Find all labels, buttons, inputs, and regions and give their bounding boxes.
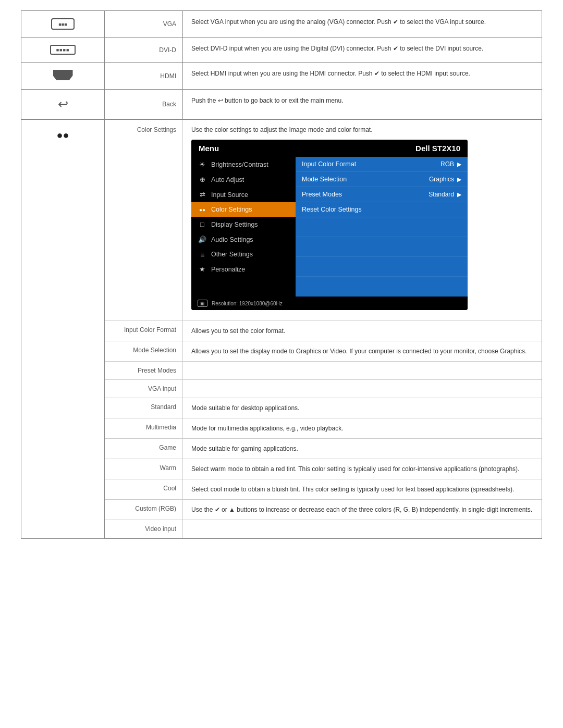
back-icon: ↩ bbox=[58, 97, 68, 112]
osd-item-displaysettings[interactable]: □ Display Settings bbox=[191, 217, 296, 232]
main-table: ■■■ VGA Select VGA input when you are us… bbox=[21, 10, 542, 539]
color-sub-label-0: Input Color Format bbox=[105, 321, 183, 341]
osd-right-modeselection-arrow: ▶ bbox=[457, 176, 461, 183]
osd-item-personalize[interactable]: ★ Personalize bbox=[191, 262, 296, 277]
hdmi-icon-cell bbox=[21, 63, 105, 90]
color-sub-row-1: Mode SelectionAllows you to set the disp… bbox=[105, 341, 542, 362]
osd-right-inputcolorformat-label: Input Color Format bbox=[302, 161, 356, 168]
audiosettings-icon: 🔊 bbox=[197, 236, 208, 243]
osd-right-presetmodes[interactable]: Preset Modes Standard ▶ bbox=[296, 187, 468, 202]
osd-item-inputsource[interactable]: ⇄ Input Source bbox=[191, 187, 296, 202]
dvid-row: ■■■■ DVI-D Select DVI-D input when you a… bbox=[21, 38, 542, 63]
color-sub-label-9: Custom (RGB) bbox=[105, 500, 183, 520]
osd-right-panel: Input Color Format RGB ▶ Mode Selection … bbox=[296, 157, 468, 297]
color-sub-label-2: Preset Modes bbox=[105, 362, 183, 379]
back-label: Back bbox=[105, 90, 183, 120]
osd-item-othersettings-label: Other Settings bbox=[211, 251, 253, 258]
osd-header: Menu Dell ST2X10 bbox=[191, 140, 468, 157]
color-settings-icon: ●● bbox=[26, 129, 100, 141]
color-sub-row-0: Input Color FormatAllows you to set the … bbox=[105, 321, 542, 341]
color-settings-label: Color Settings bbox=[105, 120, 183, 320]
color-sub-row-7: WarmSelect warm mode to obtain a red tin… bbox=[105, 459, 542, 479]
osd-right-presetmodes-label: Preset Modes bbox=[302, 191, 342, 198]
hdmi-label: HDMI bbox=[105, 63, 183, 90]
osd-body: ☀ Brightness/Contrast ⊕ Auto Adjust ⇄ bbox=[191, 157, 468, 297]
color-sub-desc-5: Mode for multimedia applications, e.g., … bbox=[183, 418, 542, 438]
osd-right-presetmodes-arrow: ▶ bbox=[457, 191, 461, 198]
osd-item-inputsource-label: Input Source bbox=[211, 191, 248, 199]
color-sub-label-1: Mode Selection bbox=[105, 341, 183, 361]
personalize-icon: ★ bbox=[197, 265, 208, 273]
color-sub-row-6: GameMode suitable for gaming application… bbox=[105, 439, 542, 459]
back-description: Push the ↩ button to go back to or exit … bbox=[183, 90, 542, 120]
color-sub-label-10: Video input bbox=[105, 520, 183, 538]
osd-right-presetmodes-value: Standard bbox=[429, 191, 454, 198]
color-sub-label-6: Game bbox=[105, 439, 183, 459]
color-sub-desc-10 bbox=[183, 520, 542, 538]
osd-right-modeselection-value: Graphics bbox=[429, 176, 454, 183]
autoadjust-icon: ⊕ bbox=[197, 176, 208, 183]
osd-menu: Menu Dell ST2X10 ☀ Brightness/Contrast bbox=[191, 140, 468, 310]
osd-right-empty2 bbox=[296, 237, 468, 257]
osd-item-colorsettings-label: Color Settings bbox=[211, 206, 252, 213]
brightness-icon: ☀ bbox=[197, 161, 208, 168]
color-settings-icon-cell: ●● bbox=[21, 119, 105, 539]
osd-brand: Dell ST2X10 bbox=[415, 144, 460, 153]
color-sub-desc-7: Select warm mode to obtain a red tint. T… bbox=[183, 459, 542, 479]
vga-row: ■■■ VGA Select VGA input when you are us… bbox=[21, 11, 542, 38]
osd-item-autoadjust[interactable]: ⊕ Auto Adjust bbox=[191, 172, 296, 187]
color-sub-label-8: Cool bbox=[105, 479, 183, 499]
color-sub-label-4: Standard bbox=[105, 398, 183, 418]
osd-footer-brand: ▣ bbox=[198, 300, 207, 307]
color-sub-desc-6: Mode suitable for gaming applications. bbox=[183, 439, 542, 459]
osd-item-brightness-label: Brightness/Contrast bbox=[211, 161, 268, 168]
vga-description: Select VGA input when you are using the … bbox=[183, 11, 542, 38]
colorsettings-icon: ●● bbox=[197, 207, 208, 213]
dvid-label: DVI-D bbox=[105, 38, 183, 63]
color-sub-desc-0: Allows you to set the color format. bbox=[183, 321, 542, 341]
osd-right-inputcolorformat[interactable]: Input Color Format RGB ▶ bbox=[296, 157, 468, 172]
color-sub-label-3: VGA input bbox=[105, 380, 183, 398]
color-sub-desc-2 bbox=[183, 362, 542, 379]
osd-right-empty3 bbox=[296, 257, 468, 277]
dvid-icon: ■■■■ bbox=[50, 45, 76, 55]
color-sub-desc-4: Mode suitable for desktop applications. bbox=[183, 398, 542, 418]
dvid-icon-cell: ■■■■ bbox=[21, 38, 105, 63]
dvid-description: Select DVI-D input when you are using th… bbox=[183, 38, 542, 63]
osd-right-empty1 bbox=[296, 217, 468, 237]
color-sub-row-8: CoolSelect cool mode to obtain a bluish … bbox=[105, 479, 542, 500]
osd-item-audiosettings[interactable]: 🔊 Audio Settings bbox=[191, 232, 296, 247]
osd-footer-resolution: Resolution: 1920x1080@60Hz bbox=[212, 301, 283, 306]
osd-right-inputcolorformat-value: RGB bbox=[440, 161, 454, 168]
color-sub-label-7: Warm bbox=[105, 459, 183, 479]
osd-right-resetcolor-label: Reset Color Settings bbox=[302, 206, 362, 213]
osd-item-colorsettings[interactable]: ●● Color Settings bbox=[191, 202, 296, 217]
color-sub-row-9: Custom (RGB)Use the ✔ or ▲ buttons to in… bbox=[105, 500, 542, 520]
color-sub-row-5: MultimediaMode for multimedia applicatio… bbox=[105, 418, 542, 439]
color-settings-desc: Use the color settings to adjust the Ima… bbox=[183, 120, 542, 320]
osd-right-modeselection[interactable]: Mode Selection Graphics ▶ bbox=[296, 172, 468, 187]
osd-right-modeselection-label: Mode Selection bbox=[302, 176, 347, 183]
hdmi-icon bbox=[53, 70, 73, 80]
back-row: ↩ Back Push the ↩ button to go back to o… bbox=[21, 90, 542, 120]
color-sub-row-2: Preset Modes bbox=[105, 362, 542, 380]
color-sub-desc-3 bbox=[183, 380, 542, 398]
vga-label: VGA bbox=[105, 11, 183, 38]
osd-footer: ▣ Resolution: 1920x1080@60Hz bbox=[191, 297, 468, 310]
color-sub-row-3: VGA input bbox=[105, 380, 542, 398]
osd-item-othersettings[interactable]: ≣ Other Settings bbox=[191, 247, 296, 262]
displaysettings-icon: □ bbox=[197, 220, 208, 228]
back-icon-cell: ↩ bbox=[21, 90, 105, 120]
color-sub-row-4: StandardMode suitable for desktop applic… bbox=[105, 398, 542, 418]
osd-left-menu: ☀ Brightness/Contrast ⊕ Auto Adjust ⇄ bbox=[191, 157, 296, 297]
osd-right-resetcolor[interactable]: Reset Color Settings bbox=[296, 202, 468, 217]
vga-icon: ■■■ bbox=[51, 18, 74, 30]
vga-icon-cell: ■■■ bbox=[21, 11, 105, 38]
color-settings-row: ●● Color Settings Use the color settings… bbox=[21, 119, 542, 539]
osd-right-inputcolorformat-arrow: ▶ bbox=[457, 161, 461, 168]
color-settings-content: Color Settings Use the color settings to… bbox=[105, 119, 542, 539]
osd-item-autoadjust-label: Auto Adjust bbox=[211, 176, 244, 183]
hdmi-row: HDMI Select HDMI input when you are usin… bbox=[21, 63, 542, 90]
osd-right-empty4 bbox=[296, 277, 468, 297]
osd-item-brightness[interactable]: ☀ Brightness/Contrast bbox=[191, 157, 296, 172]
